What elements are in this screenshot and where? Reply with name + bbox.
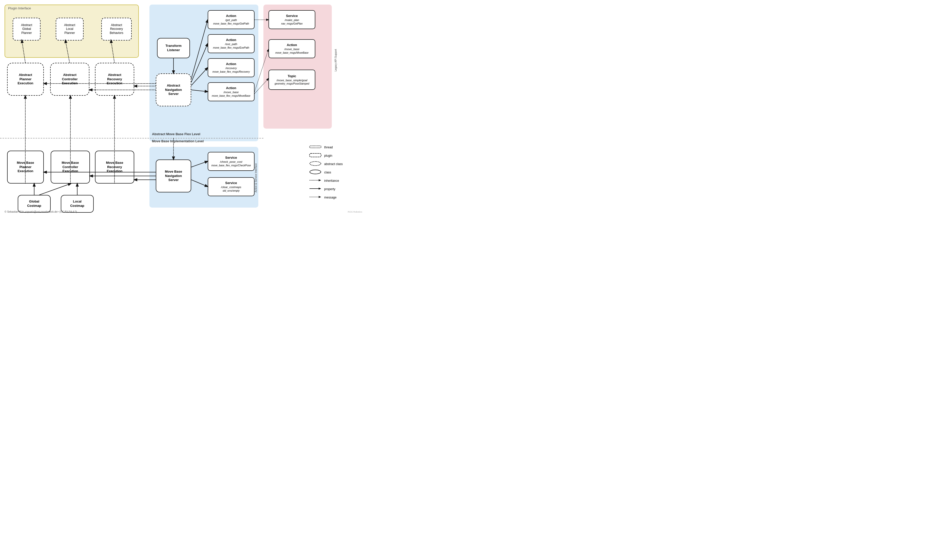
legend-message-item: message: [309, 194, 360, 200]
move-base-recovery-execution-box: Move BaseRecoveryExecution: [95, 151, 134, 183]
svg-marker-9: [319, 196, 321, 198]
action-service-label: Action & Service Interface: [254, 154, 257, 201]
legend-property-item: property: [309, 186, 360, 192]
move-base-controller-execution-box: Move BaseControllerExecution: [51, 151, 90, 183]
abstract-recovery-behaviors-box: AbstractRecoveryBehaviors: [101, 18, 132, 40]
action-get-path-box: Action /get_path move_base_flex_msgs/Get…: [208, 10, 254, 29]
abstract-controller-execution-box: AbstractControllerExecution: [50, 63, 89, 96]
legend-property-label: property: [324, 187, 335, 191]
plugin-interface-label: Plugin Interface: [8, 6, 31, 10]
local-costmap-box: LocalCostmap: [61, 195, 94, 213]
legend-thread-item: thread: [309, 144, 360, 150]
footer-text: © Sebastian Pütz <spuetz@uni-osnabrueck.…: [5, 211, 77, 213]
legend-class-icon: [309, 169, 322, 175]
plugin-interface-region: Plugin Interface AbstractGlobalPlanner A…: [5, 5, 139, 58]
topic-move-base-simple-box: Topic /move_base_simple/goal geometry_ms…: [268, 69, 315, 90]
service-clear-costmaps-box: Service /clear_costmaps std_srvs/empty: [208, 177, 254, 196]
legend-abstract-class-icon: [309, 161, 322, 167]
legend-class-item: class: [309, 169, 360, 175]
abstract-level-label: Abstract Move Base Flex Level: [152, 132, 200, 136]
legend-class-label: class: [324, 171, 331, 174]
action-recovery-box: Action /recovery move_base_flex_msgs/Rec…: [208, 58, 254, 77]
service-check-pose-box: Service /check_pose_cost move_base_flex_…: [208, 152, 254, 171]
svg-line-34: [39, 183, 71, 195]
action-exe-path-box: Action /exe_path move_base_flex_msgs/Exe…: [208, 34, 254, 53]
abstract-global-planner-box: AbstractGlobalPlanner: [13, 18, 40, 40]
legacy-label: Legacy API Support: [334, 7, 337, 114]
watermark: ROS Robotics: [348, 211, 362, 213]
move-base-planner-execution-box: Move BasePlannerExecution: [7, 151, 44, 183]
legend-inheritance-item: inheritance: [309, 178, 360, 183]
legend-property-icon: [309, 186, 322, 192]
legend-thread-icon: [309, 144, 322, 150]
svg-point-3: [310, 170, 321, 174]
global-costmap-box: GlobalCostmap: [18, 195, 51, 213]
abstract-recovery-execution-box: AbstractRecoveryExecution: [95, 63, 134, 96]
abstract-nav-server-box: AbstractNavigationServer: [156, 74, 191, 106]
legend-plugin-item: plugin: [309, 153, 360, 158]
legend-inheritance-icon: [309, 178, 322, 183]
svg-rect-0: [310, 146, 321, 148]
legend-abstract-class-item: abstract class: [309, 161, 360, 167]
action-move-base-top-box: Action /move_base move_base_flex_msgs/Mo…: [208, 82, 254, 101]
legend: thread plugin abstract class class: [309, 144, 360, 203]
svg-point-2: [310, 162, 321, 166]
legend-message-label: message: [324, 196, 337, 199]
transform-listener-box: TransformListener: [157, 38, 190, 58]
legend-plugin-label: plugin: [324, 154, 332, 157]
abstract-planner-execution-box: AbstractPlannerExecution: [7, 63, 44, 96]
legend-abstract-class-label: abstract class: [324, 162, 343, 166]
svg-rect-1: [310, 154, 321, 157]
svg-marker-5: [319, 179, 321, 181]
legend-plugin-icon: [309, 153, 322, 158]
move-base-nav-server-box: Move BaseNavigationServer: [156, 160, 191, 192]
implementation-level-label: Move Base Implementation Level: [152, 139, 203, 143]
legend-message-icon: [309, 194, 322, 200]
legend-thread-label: thread: [324, 146, 333, 149]
abstract-local-planner-box: AbstractLocalPlanner: [56, 18, 83, 40]
diagram-container: Plugin Interface AbstractGlobalPlanner A…: [0, 0, 365, 215]
divider-line: [0, 138, 263, 138]
service-make-plan-box: Service /make_plan nav_msgs/GetPlan: [268, 10, 315, 29]
svg-marker-7: [319, 188, 321, 189]
legend-inheritance-label: inheritance: [324, 179, 339, 183]
action-move-base-pink-box: Action /move_base move_base_msgs/MoveBas…: [268, 39, 315, 58]
